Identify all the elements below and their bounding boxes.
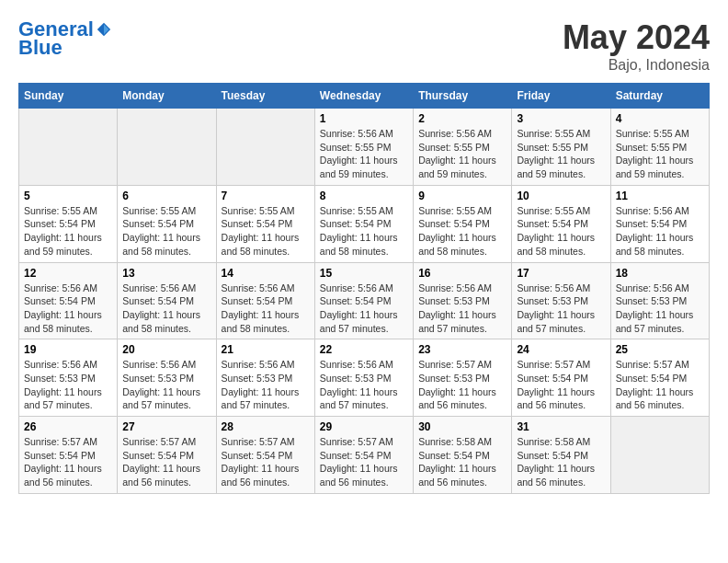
calendar-cell: 5Sunrise: 5:55 AM Sunset: 5:54 PM Daylig… bbox=[19, 185, 118, 262]
weekday-header: Tuesday bbox=[216, 84, 314, 109]
day-number: 2 bbox=[418, 112, 506, 125]
day-info: Sunrise: 5:55 AM Sunset: 5:55 PM Dayligh… bbox=[616, 127, 704, 181]
weekday-header: Friday bbox=[512, 84, 610, 109]
calendar-cell bbox=[118, 109, 216, 186]
day-info: Sunrise: 5:56 AM Sunset: 5:53 PM Dayligh… bbox=[122, 358, 210, 412]
day-number: 31 bbox=[517, 420, 605, 433]
day-number: 30 bbox=[418, 420, 506, 433]
calendar-cell: 23Sunrise: 5:57 AM Sunset: 5:53 PM Dayli… bbox=[414, 339, 512, 417]
calendar-cell: 7Sunrise: 5:55 AM Sunset: 5:54 PM Daylig… bbox=[216, 185, 314, 262]
day-info: Sunrise: 5:55 AM Sunset: 5:54 PM Dayligh… bbox=[517, 204, 605, 259]
page-header: General Blue May 2024 Bajo, Indonesia bbox=[18, 18, 710, 74]
calendar-cell: 1Sunrise: 5:56 AM Sunset: 5:55 PM Daylig… bbox=[314, 109, 413, 186]
calendar-cell: 25Sunrise: 5:57 AM Sunset: 5:54 PM Dayli… bbox=[610, 339, 709, 417]
day-info: Sunrise: 5:56 AM Sunset: 5:54 PM Dayligh… bbox=[24, 282, 112, 336]
day-number: 17 bbox=[517, 267, 605, 280]
calendar-cell: 2Sunrise: 5:56 AM Sunset: 5:55 PM Daylig… bbox=[414, 109, 512, 186]
calendar-cell: 17Sunrise: 5:56 AM Sunset: 5:53 PM Dayli… bbox=[512, 262, 610, 339]
day-info: Sunrise: 5:57 AM Sunset: 5:54 PM Dayligh… bbox=[616, 358, 704, 412]
calendar-cell: 6Sunrise: 5:55 AM Sunset: 5:54 PM Daylig… bbox=[118, 185, 216, 262]
calendar-week-row: 26Sunrise: 5:57 AM Sunset: 5:54 PM Dayli… bbox=[19, 417, 710, 494]
day-info: Sunrise: 5:56 AM Sunset: 5:55 PM Dayligh… bbox=[418, 127, 506, 181]
calendar-cell: 30Sunrise: 5:58 AM Sunset: 5:54 PM Dayli… bbox=[414, 417, 512, 494]
logo-icon bbox=[96, 21, 112, 38]
day-number: 15 bbox=[320, 267, 408, 280]
day-number: 3 bbox=[517, 112, 605, 125]
day-number: 10 bbox=[517, 190, 605, 202]
calendar-cell: 26Sunrise: 5:57 AM Sunset: 5:54 PM Dayli… bbox=[19, 417, 118, 494]
day-info: Sunrise: 5:56 AM Sunset: 5:54 PM Dayligh… bbox=[616, 204, 704, 259]
weekday-header: Sunday bbox=[19, 84, 118, 109]
day-number: 27 bbox=[122, 420, 210, 433]
calendar-cell: 11Sunrise: 5:56 AM Sunset: 5:54 PM Dayli… bbox=[610, 185, 709, 262]
day-number: 25 bbox=[616, 343, 704, 356]
day-info: Sunrise: 5:57 AM Sunset: 5:54 PM Dayligh… bbox=[320, 435, 408, 489]
day-number: 21 bbox=[222, 343, 310, 356]
day-number: 24 bbox=[517, 343, 605, 356]
calendar-cell: 28Sunrise: 5:57 AM Sunset: 5:54 PM Dayli… bbox=[216, 417, 314, 494]
calendar-cell: 19Sunrise: 5:56 AM Sunset: 5:53 PM Dayli… bbox=[19, 339, 118, 417]
day-info: Sunrise: 5:55 AM Sunset: 5:54 PM Dayligh… bbox=[24, 204, 112, 259]
weekday-header: Saturday bbox=[610, 84, 709, 109]
day-info: Sunrise: 5:55 AM Sunset: 5:55 PM Dayligh… bbox=[517, 127, 605, 181]
day-info: Sunrise: 5:58 AM Sunset: 5:54 PM Dayligh… bbox=[418, 435, 506, 489]
day-number: 13 bbox=[122, 267, 210, 280]
day-info: Sunrise: 5:55 AM Sunset: 5:54 PM Dayligh… bbox=[222, 204, 310, 259]
day-number: 12 bbox=[24, 267, 112, 280]
calendar-cell: 18Sunrise: 5:56 AM Sunset: 5:53 PM Dayli… bbox=[610, 262, 709, 339]
calendar-week-row: 5Sunrise: 5:55 AM Sunset: 5:54 PM Daylig… bbox=[19, 185, 710, 262]
day-number: 28 bbox=[222, 420, 310, 433]
weekday-header: Wednesday bbox=[314, 84, 413, 109]
title-block: May 2024 Bajo, Indonesia bbox=[563, 18, 710, 74]
day-info: Sunrise: 5:56 AM Sunset: 5:55 PM Dayligh… bbox=[320, 127, 408, 181]
calendar-cell: 21Sunrise: 5:56 AM Sunset: 5:53 PM Dayli… bbox=[216, 339, 314, 417]
day-info: Sunrise: 5:55 AM Sunset: 5:54 PM Dayligh… bbox=[320, 204, 408, 259]
day-number: 23 bbox=[418, 343, 506, 356]
calendar-cell: 15Sunrise: 5:56 AM Sunset: 5:54 PM Dayli… bbox=[314, 262, 413, 339]
day-info: Sunrise: 5:56 AM Sunset: 5:53 PM Dayligh… bbox=[222, 358, 310, 412]
day-info: Sunrise: 5:57 AM Sunset: 5:54 PM Dayligh… bbox=[517, 358, 605, 412]
logo-blue: Blue bbox=[18, 37, 63, 59]
calendar-week-row: 12Sunrise: 5:56 AM Sunset: 5:54 PM Dayli… bbox=[19, 262, 710, 339]
calendar-cell: 8Sunrise: 5:55 AM Sunset: 5:54 PM Daylig… bbox=[314, 185, 413, 262]
day-info: Sunrise: 5:56 AM Sunset: 5:53 PM Dayligh… bbox=[517, 282, 605, 336]
day-info: Sunrise: 5:56 AM Sunset: 5:53 PM Dayligh… bbox=[24, 358, 112, 412]
calendar-week-row: 19Sunrise: 5:56 AM Sunset: 5:53 PM Dayli… bbox=[19, 339, 710, 417]
calendar-cell: 14Sunrise: 5:56 AM Sunset: 5:54 PM Dayli… bbox=[216, 262, 314, 339]
day-info: Sunrise: 5:55 AM Sunset: 5:54 PM Dayligh… bbox=[418, 204, 506, 259]
calendar-cell bbox=[610, 417, 709, 494]
calendar-cell: 27Sunrise: 5:57 AM Sunset: 5:54 PM Dayli… bbox=[118, 417, 216, 494]
day-info: Sunrise: 5:56 AM Sunset: 5:53 PM Dayligh… bbox=[418, 282, 506, 336]
calendar-cell: 13Sunrise: 5:56 AM Sunset: 5:54 PM Dayli… bbox=[118, 262, 216, 339]
logo: General Blue bbox=[18, 18, 112, 59]
calendar-cell: 4Sunrise: 5:55 AM Sunset: 5:55 PM Daylig… bbox=[610, 109, 709, 186]
day-number: 14 bbox=[222, 267, 310, 280]
day-number: 9 bbox=[418, 190, 506, 202]
calendar-cell: 16Sunrise: 5:56 AM Sunset: 5:53 PM Dayli… bbox=[414, 262, 512, 339]
calendar-cell: 12Sunrise: 5:56 AM Sunset: 5:54 PM Dayli… bbox=[19, 262, 118, 339]
month-title: May 2024 bbox=[563, 18, 710, 57]
day-number: 18 bbox=[616, 267, 704, 280]
calendar-table: SundayMondayTuesdayWednesdayThursdayFrid… bbox=[18, 83, 710, 494]
day-info: Sunrise: 5:56 AM Sunset: 5:53 PM Dayligh… bbox=[320, 358, 408, 412]
calendar-cell: 24Sunrise: 5:57 AM Sunset: 5:54 PM Dayli… bbox=[512, 339, 610, 417]
calendar-cell: 9Sunrise: 5:55 AM Sunset: 5:54 PM Daylig… bbox=[414, 185, 512, 262]
day-number: 26 bbox=[24, 420, 112, 433]
day-number: 4 bbox=[616, 112, 704, 125]
calendar-header-row: SundayMondayTuesdayWednesdayThursdayFrid… bbox=[19, 84, 710, 109]
day-info: Sunrise: 5:57 AM Sunset: 5:54 PM Dayligh… bbox=[122, 435, 210, 489]
calendar-cell: 22Sunrise: 5:56 AM Sunset: 5:53 PM Dayli… bbox=[314, 339, 413, 417]
day-info: Sunrise: 5:57 AM Sunset: 5:54 PM Dayligh… bbox=[222, 435, 310, 489]
day-number: 5 bbox=[24, 190, 112, 202]
day-number: 1 bbox=[320, 112, 408, 125]
calendar-cell: 29Sunrise: 5:57 AM Sunset: 5:54 PM Dayli… bbox=[314, 417, 413, 494]
calendar-cell bbox=[216, 109, 314, 186]
day-number: 19 bbox=[24, 343, 112, 356]
day-number: 8 bbox=[320, 190, 408, 202]
day-info: Sunrise: 5:56 AM Sunset: 5:54 PM Dayligh… bbox=[320, 282, 408, 336]
day-number: 29 bbox=[320, 420, 408, 433]
day-number: 22 bbox=[320, 343, 408, 356]
weekday-header: Thursday bbox=[414, 84, 512, 109]
calendar-cell: 3Sunrise: 5:55 AM Sunset: 5:55 PM Daylig… bbox=[512, 109, 610, 186]
day-number: 7 bbox=[222, 190, 310, 202]
